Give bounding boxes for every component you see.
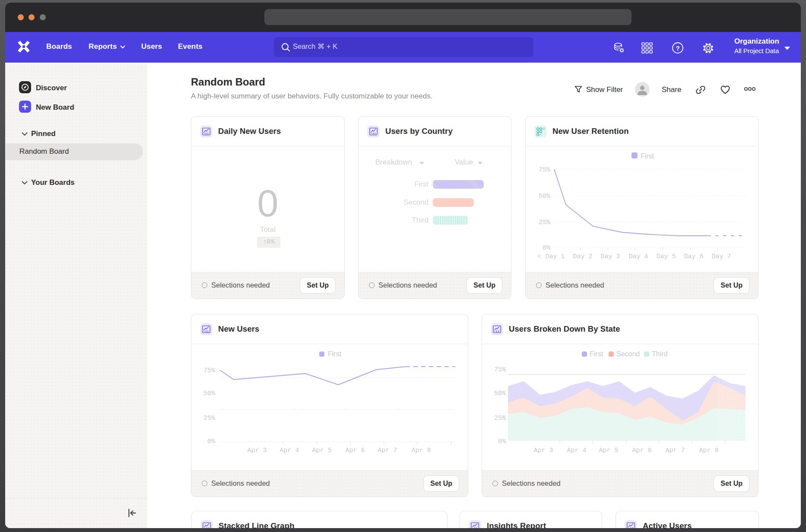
svg-text:Apr 7: Apr 7	[665, 447, 685, 454]
svg-text:First: First	[641, 152, 654, 160]
svg-text:Apr 3: Apr 3	[533, 447, 553, 454]
svg-text:?: ?	[676, 44, 679, 52]
svg-text:Day 3: Day 3	[600, 253, 620, 260]
svg-text:Apr 8: Apr 8	[699, 447, 718, 454]
svg-text:First: First	[590, 350, 603, 358]
svg-text:75%: 75%	[203, 367, 216, 374]
svg-text:Apr 4: Apr 4	[279, 447, 299, 454]
svg-text:Day 5: Day 5	[656, 253, 676, 260]
svg-text:Apr 6: Apr 6	[632, 447, 651, 454]
svg-text:Day 1: Day 1	[545, 253, 565, 260]
svg-text:Day 7: Day 7	[711, 253, 731, 260]
svg-text:Apr 5: Apr 5	[312, 447, 331, 454]
svg-text:25%: 25%	[539, 219, 551, 226]
svg-text:0%: 0%	[498, 438, 506, 445]
svg-text:50%: 50%	[494, 390, 506, 397]
svg-text:Apr 8: Apr 8	[411, 447, 431, 454]
svg-text:Apr 7: Apr 7	[378, 447, 397, 454]
svg-text:First: First	[328, 350, 342, 358]
svg-text:Apr 5: Apr 5	[599, 447, 618, 454]
svg-text:Second: Second	[616, 350, 640, 358]
svg-text:75%: 75%	[539, 166, 551, 174]
svg-text:25%: 25%	[203, 415, 216, 422]
svg-text:0%: 0%	[207, 438, 216, 445]
svg-text:0%: 0%	[543, 244, 551, 252]
svg-text:50%: 50%	[539, 193, 551, 200]
svg-text:75%: 75%	[494, 366, 506, 374]
svg-text:Day 4: Day 4	[628, 253, 648, 260]
svg-text:50%: 50%	[203, 390, 216, 397]
svg-text:Day 6: Day 6	[684, 253, 703, 260]
svg-text:Apr 4: Apr 4	[567, 447, 586, 454]
svg-text:Third: Third	[652, 350, 667, 358]
svg-text:Apr 6: Apr 6	[345, 447, 365, 454]
svg-text:Day 2: Day 2	[573, 253, 592, 260]
svg-text:25%: 25%	[494, 415, 506, 422]
svg-text:Apr 3: Apr 3	[247, 447, 267, 454]
svg-text:<: <	[537, 253, 541, 260]
